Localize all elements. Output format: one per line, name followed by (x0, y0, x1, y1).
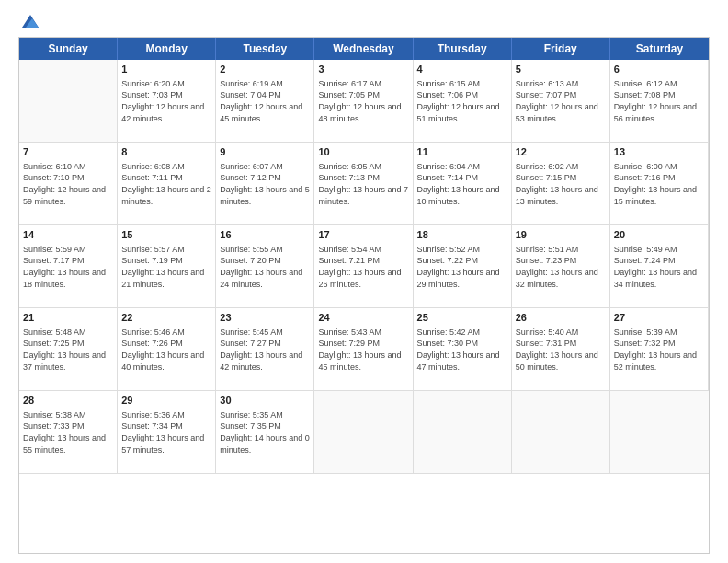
day-info: Sunrise: 5:57 AMSunset: 7:19 PMDaylight:… (121, 244, 211, 290)
day-info: Sunrise: 6:04 AMSunset: 7:14 PMDaylight:… (417, 161, 507, 207)
calendar: SundayMondayTuesdayWednesdayThursdayFrid… (18, 37, 710, 554)
day-cell-29: 29Sunrise: 5:36 AMSunset: 7:34 PMDayligh… (118, 391, 216, 474)
day-info: Sunrise: 6:19 AMSunset: 7:04 PMDaylight:… (220, 78, 310, 124)
logo-icon (22, 15, 39, 28)
day-number: 17 (318, 228, 408, 242)
day-info: Sunrise: 6:10 AMSunset: 7:10 PMDaylight:… (23, 161, 113, 207)
day-cell-17: 17Sunrise: 5:54 AMSunset: 7:21 PMDayligh… (314, 225, 413, 308)
day-cell-25: 25Sunrise: 5:42 AMSunset: 7:30 PMDayligh… (414, 308, 512, 391)
day-number: 24 (318, 311, 408, 325)
weekday-header-tuesday: Tuesday (216, 38, 314, 60)
day-info: Sunrise: 6:08 AMSunset: 7:11 PMDaylight:… (121, 161, 211, 207)
day-number: 1 (121, 63, 211, 76)
day-number: 26 (516, 311, 606, 325)
day-number: 5 (516, 63, 606, 76)
weekday-header-sunday: Sunday (19, 38, 118, 60)
day-info: Sunrise: 5:40 AMSunset: 7:31 PMDaylight:… (516, 327, 606, 373)
day-cell-2: 2Sunrise: 6:19 AMSunset: 7:04 PMDaylight… (216, 60, 314, 143)
day-number: 28 (23, 394, 113, 408)
day-info: Sunrise: 5:48 AMSunset: 7:25 PMDaylight:… (23, 327, 113, 373)
day-number: 22 (121, 311, 211, 325)
day-cell-18: 18Sunrise: 5:52 AMSunset: 7:22 PMDayligh… (414, 225, 512, 308)
day-info: Sunrise: 6:12 AMSunset: 7:08 PMDaylight:… (614, 78, 704, 124)
day-number: 10 (318, 145, 408, 159)
day-info: Sunrise: 5:39 AMSunset: 7:32 PMDaylight:… (614, 327, 704, 373)
day-info: Sunrise: 6:15 AMSunset: 7:06 PMDaylight:… (417, 78, 507, 124)
day-cell-8: 8Sunrise: 6:08 AMSunset: 7:11 PMDaylight… (118, 143, 216, 225)
weekday-header-friday: Friday (512, 38, 610, 60)
header (18, 15, 710, 28)
day-number: 13 (614, 145, 704, 159)
day-info: Sunrise: 5:42 AMSunset: 7:30 PMDaylight:… (417, 327, 507, 373)
day-number: 6 (614, 63, 704, 76)
day-info: Sunrise: 5:54 AMSunset: 7:21 PMDaylight:… (318, 244, 408, 290)
day-number: 19 (516, 228, 606, 242)
day-number: 21 (23, 311, 113, 325)
day-info: Sunrise: 5:38 AMSunset: 7:33 PMDaylight:… (23, 409, 113, 455)
day-cell-21: 21Sunrise: 5:48 AMSunset: 7:25 PMDayligh… (19, 308, 118, 391)
day-number: 7 (23, 145, 113, 159)
day-number: 18 (417, 228, 507, 242)
day-cell-13: 13Sunrise: 6:00 AMSunset: 7:16 PMDayligh… (610, 143, 709, 225)
day-info: Sunrise: 5:43 AMSunset: 7:29 PMDaylight:… (318, 327, 408, 373)
day-cell-12: 12Sunrise: 6:02 AMSunset: 7:15 PMDayligh… (512, 143, 610, 225)
day-number: 30 (220, 394, 310, 408)
day-number: 9 (220, 145, 310, 159)
logo (18, 15, 39, 28)
empty-cell (314, 391, 413, 474)
day-number: 25 (417, 311, 507, 325)
day-cell-22: 22Sunrise: 5:46 AMSunset: 7:26 PMDayligh… (118, 308, 216, 391)
day-cell-11: 11Sunrise: 6:04 AMSunset: 7:14 PMDayligh… (414, 143, 512, 225)
day-number: 29 (121, 394, 211, 408)
day-cell-27: 27Sunrise: 5:39 AMSunset: 7:32 PMDayligh… (610, 308, 709, 391)
day-cell-28: 28Sunrise: 5:38 AMSunset: 7:33 PMDayligh… (19, 391, 118, 474)
weekday-header-wednesday: Wednesday (314, 38, 413, 60)
empty-cell (610, 391, 709, 474)
calendar-header: SundayMondayTuesdayWednesdayThursdayFrid… (19, 38, 709, 60)
weekday-header-saturday: Saturday (610, 38, 709, 60)
day-cell-19: 19Sunrise: 5:51 AMSunset: 7:23 PMDayligh… (512, 225, 610, 308)
weekday-header-monday: Monday (118, 38, 216, 60)
day-info: Sunrise: 5:35 AMSunset: 7:35 PMDaylight:… (220, 409, 310, 455)
day-info: Sunrise: 5:59 AMSunset: 7:17 PMDaylight:… (23, 244, 113, 290)
day-cell-23: 23Sunrise: 5:45 AMSunset: 7:27 PMDayligh… (216, 308, 314, 391)
empty-cell (512, 391, 610, 474)
day-info: Sunrise: 5:36 AMSunset: 7:34 PMDaylight:… (121, 409, 211, 455)
day-cell-15: 15Sunrise: 5:57 AMSunset: 7:19 PMDayligh… (118, 225, 216, 308)
day-number: 2 (220, 63, 310, 76)
day-info: Sunrise: 5:45 AMSunset: 7:27 PMDaylight:… (220, 327, 310, 373)
day-number: 16 (220, 228, 310, 242)
day-cell-5: 5Sunrise: 6:13 AMSunset: 7:07 PMDaylight… (512, 60, 610, 143)
day-number: 15 (121, 228, 211, 242)
day-info: Sunrise: 6:20 AMSunset: 7:03 PMDaylight:… (121, 78, 211, 124)
day-cell-20: 20Sunrise: 5:49 AMSunset: 7:24 PMDayligh… (610, 225, 709, 308)
day-cell-3: 3Sunrise: 6:17 AMSunset: 7:05 PMDaylight… (314, 60, 413, 143)
day-number: 3 (318, 63, 408, 76)
day-info: Sunrise: 6:13 AMSunset: 7:07 PMDaylight:… (516, 78, 606, 124)
day-number: 8 (121, 145, 211, 159)
day-info: Sunrise: 6:02 AMSunset: 7:15 PMDaylight:… (516, 161, 606, 207)
day-cell-9: 9Sunrise: 6:07 AMSunset: 7:12 PMDaylight… (216, 143, 314, 225)
day-number: 4 (417, 63, 507, 76)
page: SundayMondayTuesdayWednesdayThursdayFrid… (0, 0, 728, 563)
day-cell-24: 24Sunrise: 5:43 AMSunset: 7:29 PMDayligh… (314, 308, 413, 391)
day-info: Sunrise: 6:05 AMSunset: 7:13 PMDaylight:… (318, 161, 408, 207)
weekday-header-thursday: Thursday (414, 38, 512, 60)
day-cell-7: 7Sunrise: 6:10 AMSunset: 7:10 PMDaylight… (19, 143, 118, 225)
day-cell-16: 16Sunrise: 5:55 AMSunset: 7:20 PMDayligh… (216, 225, 314, 308)
day-number: 23 (220, 311, 310, 325)
empty-cell (19, 60, 118, 143)
day-cell-14: 14Sunrise: 5:59 AMSunset: 7:17 PMDayligh… (19, 225, 118, 308)
day-info: Sunrise: 6:17 AMSunset: 7:05 PMDaylight:… (318, 78, 408, 124)
day-cell-26: 26Sunrise: 5:40 AMSunset: 7:31 PMDayligh… (512, 308, 610, 391)
day-number: 27 (614, 311, 704, 325)
day-number: 20 (614, 228, 704, 242)
day-info: Sunrise: 6:00 AMSunset: 7:16 PMDaylight:… (614, 161, 704, 207)
day-info: Sunrise: 5:52 AMSunset: 7:22 PMDaylight:… (417, 244, 507, 290)
day-number: 12 (516, 145, 606, 159)
day-info: Sunrise: 5:55 AMSunset: 7:20 PMDaylight:… (220, 244, 310, 290)
day-cell-1: 1Sunrise: 6:20 AMSunset: 7:03 PMDaylight… (118, 60, 216, 143)
day-info: Sunrise: 6:07 AMSunset: 7:12 PMDaylight:… (220, 161, 310, 207)
day-cell-6: 6Sunrise: 6:12 AMSunset: 7:08 PMDaylight… (610, 60, 709, 143)
day-cell-30: 30Sunrise: 5:35 AMSunset: 7:35 PMDayligh… (216, 391, 314, 474)
